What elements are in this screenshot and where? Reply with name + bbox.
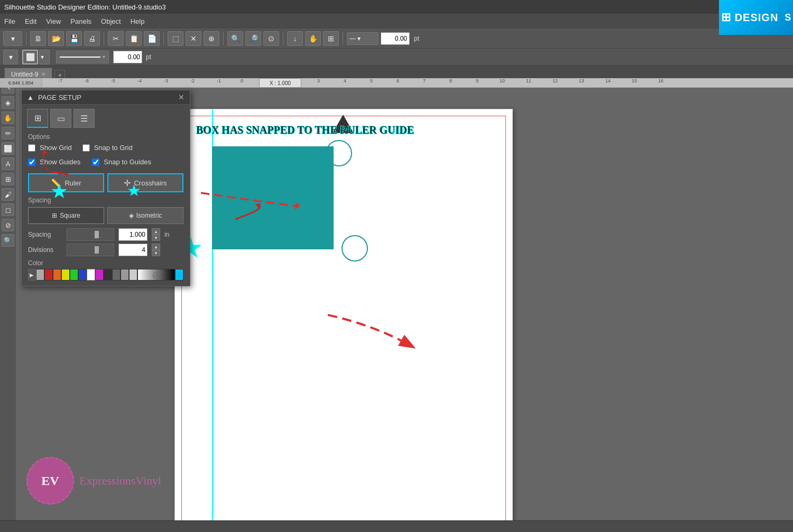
color-prev-btn[interactable]: ▶ bbox=[28, 269, 36, 281]
pan-tool[interactable]: ✋ bbox=[2, 111, 14, 124]
paste-btn[interactable]: 📄 bbox=[144, 31, 160, 46]
title-bar: Silhouette Studio Designer Edition: Unti… bbox=[0, 0, 793, 14]
shape-selector-btn[interactable]: ▾ bbox=[3, 50, 18, 64]
eraser-tool[interactable]: ◻ bbox=[2, 203, 14, 216]
swatch-green[interactable] bbox=[70, 269, 78, 281]
toolbar-separator-4 bbox=[223, 32, 224, 45]
shape-dropdown[interactable]: ▾ bbox=[39, 50, 50, 64]
divisions-slider[interactable] bbox=[67, 244, 114, 256]
panel-tab-page[interactable]: ▭ bbox=[50, 109, 71, 128]
new-btn[interactable]: 🗎 bbox=[30, 31, 46, 46]
copy-btn[interactable]: 📋 bbox=[126, 31, 142, 46]
square-grid-btn[interactable]: ⊞ Square bbox=[28, 207, 104, 224]
spacing-field-row: Spacing ▲ ▼ in bbox=[28, 228, 183, 241]
text-tool[interactable]: A bbox=[2, 157, 14, 170]
panel-header: ▲ PAGE SETUP ✕ bbox=[22, 90, 190, 105]
gradient-swatch[interactable]: ◎ bbox=[137, 269, 175, 281]
print-btn[interactable]: 🖨 bbox=[84, 31, 100, 46]
panel-body: Options Show Grid Snap to Grid Show Guid… bbox=[22, 128, 190, 286]
zoom-tool[interactable]: 🔍 bbox=[2, 234, 14, 247]
spacing-up-btn[interactable]: ▲ bbox=[152, 228, 160, 235]
rotate-btn[interactable]: ⊕ bbox=[204, 31, 219, 46]
divisions-spinner[interactable]: ▲ ▼ bbox=[152, 244, 160, 256]
transform-btn[interactable]: ✕ bbox=[186, 31, 201, 46]
pan-down-btn[interactable]: ↓ bbox=[287, 31, 303, 46]
panel-tab-orient[interactable]: ☰ bbox=[73, 109, 95, 128]
left-tool-panel: ↖ ◈ ✋ ✏ ⬜ A ⊞ 🖌 ◻ ⊘ 🔍 bbox=[0, 78, 16, 520]
menu-file[interactable]: File bbox=[4, 17, 15, 25]
isometric-grid-btn[interactable]: ◈ Isometric bbox=[107, 207, 183, 224]
page-btn[interactable]: ⊞ bbox=[323, 31, 339, 46]
spacing-section-label: Spacing bbox=[28, 197, 183, 204]
knife-tool[interactable]: ⊘ bbox=[2, 219, 14, 231]
design-page: BOX HAS SNAPPED TO THE RULER GUIDE ★ bbox=[174, 109, 513, 520]
pan-btn[interactable]: ✋ bbox=[305, 31, 321, 46]
node-tool[interactable]: ◈ bbox=[2, 96, 14, 109]
menu-panels[interactable]: Panels bbox=[70, 17, 91, 25]
swatch-red[interactable] bbox=[44, 269, 53, 281]
tool-selector-btn[interactable]: ▾ bbox=[3, 31, 22, 46]
spacing-slider-thumb[interactable] bbox=[95, 231, 99, 238]
zoom-out-btn[interactable]: 🔎 bbox=[245, 31, 261, 46]
zoom-in-btn[interactable]: 🔍 bbox=[227, 31, 243, 46]
menu-edit[interactable]: Edit bbox=[25, 17, 36, 25]
grid-tool[interactable]: ⊞ bbox=[2, 173, 14, 185]
stroke-width-input[interactable] bbox=[381, 32, 410, 45]
ruler-btn-label: Ruler bbox=[64, 179, 81, 187]
menu-bar: File Edit View Panels Object Help bbox=[0, 14, 793, 29]
stroke-style-selector[interactable]: ▾ bbox=[56, 51, 109, 63]
options-label: Options bbox=[28, 133, 183, 141]
panel-tab-grid[interactable]: ⊞ bbox=[27, 109, 48, 128]
menu-help[interactable]: Help bbox=[131, 17, 145, 25]
ev-circle-logo: EV bbox=[26, 457, 74, 505]
swatch-white[interactable] bbox=[87, 269, 95, 281]
swatch-yellow[interactable] bbox=[61, 269, 70, 281]
swatch-lightgray[interactable] bbox=[121, 269, 129, 281]
zoom-fit-btn[interactable]: ⊙ bbox=[263, 31, 279, 46]
stroke-width-field[interactable] bbox=[113, 51, 142, 63]
show-guides-checkbox[interactable] bbox=[28, 158, 35, 166]
active-color-swatch[interactable] bbox=[175, 269, 183, 281]
paint-tool[interactable]: 🖌 bbox=[2, 188, 14, 201]
ruler-btn[interactable]: 📏 Ruler bbox=[28, 173, 104, 192]
crosshairs-btn[interactable]: ✛ Crosshairs bbox=[107, 173, 183, 192]
spacing-input[interactable] bbox=[118, 228, 147, 241]
shape-tool[interactable]: ⬜ bbox=[2, 142, 14, 155]
spacing-spinner[interactable]: ▲ ▼ bbox=[152, 228, 160, 241]
swatch-darkgray[interactable] bbox=[104, 269, 112, 281]
spacing-slider[interactable] bbox=[67, 228, 114, 241]
color-swatches-row: ▶ ◎ bbox=[28, 269, 183, 281]
cut-btn[interactable]: ✂ bbox=[108, 31, 124, 46]
swatch-silver[interactable] bbox=[129, 269, 137, 281]
panel-close-btn[interactable]: ✕ bbox=[178, 93, 185, 101]
stroke-type-dropdown[interactable]: — ▾ bbox=[347, 32, 379, 45]
snap-to-guides-checkbox[interactable] bbox=[92, 158, 99, 166]
divisions-down-btn[interactable]: ▼ bbox=[152, 250, 160, 256]
rect-tool-btn[interactable]: ⬜ bbox=[22, 50, 38, 64]
spacing-down-btn[interactable]: ▼ bbox=[152, 235, 160, 241]
divisions-slider-thumb[interactable] bbox=[95, 246, 99, 254]
open-btn[interactable]: 📂 bbox=[48, 31, 64, 46]
color-section-label: Color bbox=[28, 259, 183, 267]
divisions-up-btn[interactable]: ▲ bbox=[152, 244, 160, 250]
design-button[interactable]: ⊞ DESIGN S bbox=[719, 0, 793, 35]
swatch-medgray[interactable] bbox=[112, 269, 121, 281]
menu-object[interactable]: Object bbox=[101, 17, 121, 25]
select-btn[interactable]: ⬚ bbox=[168, 31, 183, 46]
panel-expand-icon: ▲ bbox=[27, 94, 34, 101]
swatch-blue[interactable] bbox=[78, 269, 87, 281]
pencil-tool[interactable]: ✏ bbox=[2, 127, 14, 139]
isometric-grid-label: Isometric bbox=[136, 212, 162, 219]
tab-close-btn[interactable]: ✕ bbox=[41, 71, 45, 77]
save-btn[interactable]: 💾 bbox=[66, 31, 82, 46]
swatch-purple[interactable] bbox=[95, 269, 104, 281]
panel-title: PAGE SETUP bbox=[38, 94, 178, 101]
swatch-gray[interactable] bbox=[36, 269, 44, 281]
show-grid-checkbox[interactable] bbox=[28, 144, 35, 152]
teal-rectangle bbox=[212, 146, 334, 249]
swatch-orange[interactable] bbox=[53, 269, 61, 281]
menu-view[interactable]: View bbox=[46, 17, 61, 25]
design-label: DESIGN bbox=[735, 12, 779, 24]
divisions-input[interactable] bbox=[118, 244, 147, 256]
snap-to-grid-checkbox[interactable] bbox=[82, 144, 90, 152]
